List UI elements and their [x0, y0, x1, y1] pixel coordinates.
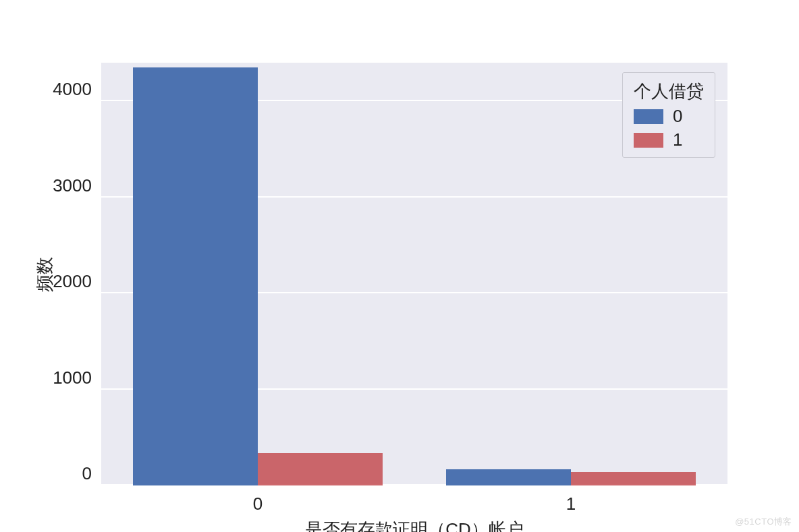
legend-label-0: 0 [673, 106, 682, 127]
y-axis-label: 频数 [33, 257, 57, 292]
legend-label-1: 1 [673, 129, 682, 150]
y-tick-label: 4000 [53, 79, 92, 100]
y-tick-label: 1000 [53, 367, 92, 388]
bar-series1-cat0 [258, 453, 383, 485]
legend-title: 个人借贷 [634, 80, 704, 103]
x-tick-label: 1 [566, 494, 576, 514]
x-axis-label: 是否有存款证明（CD）帐户 [305, 518, 524, 532]
x-tick-label: 0 [253, 494, 263, 514]
bar-series0-cat1 [446, 469, 571, 485]
legend: 个人借贷 0 1 [622, 72, 715, 158]
bar-series0-cat0 [133, 67, 258, 485]
watermark: @51CTO博客 [735, 516, 792, 528]
y-tick-label: 0 [82, 463, 92, 484]
legend-item-1: 1 [634, 129, 704, 150]
y-tick-label: 3000 [53, 175, 92, 196]
legend-item-0: 0 [634, 106, 704, 127]
plot-area: 0 1000 2000 3000 4000 0 1 是否有存款证明（CD）帐户 … [101, 63, 727, 485]
chart-container: 0 1000 2000 3000 4000 0 1 是否有存款证明（CD）帐户 … [0, 0, 799, 532]
bar-series1-cat1 [571, 472, 696, 485]
legend-swatch-0 [634, 109, 663, 124]
y-tick-label: 2000 [53, 271, 92, 292]
legend-swatch-1 [634, 133, 663, 148]
